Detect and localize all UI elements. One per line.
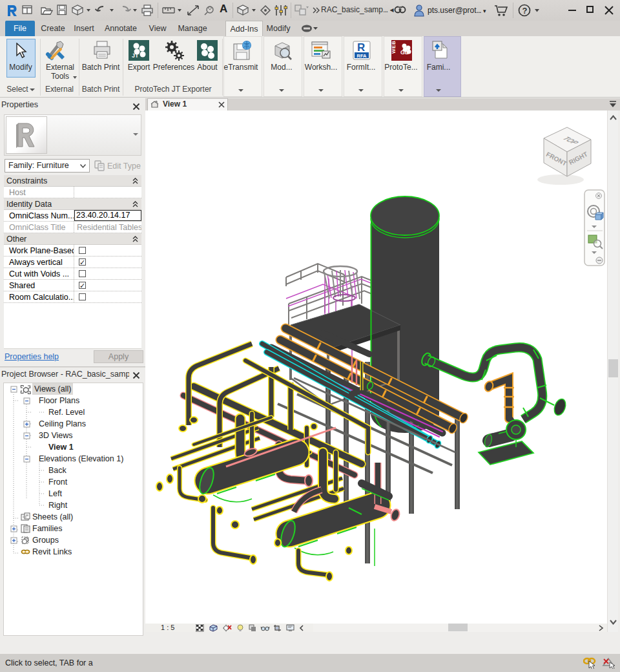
svg-text:R: R (357, 41, 365, 54)
svg-text:?: ? (522, 6, 528, 16)
svg-text:JT: JT (132, 52, 139, 59)
svg-text:WEB: WEB (391, 41, 397, 54)
